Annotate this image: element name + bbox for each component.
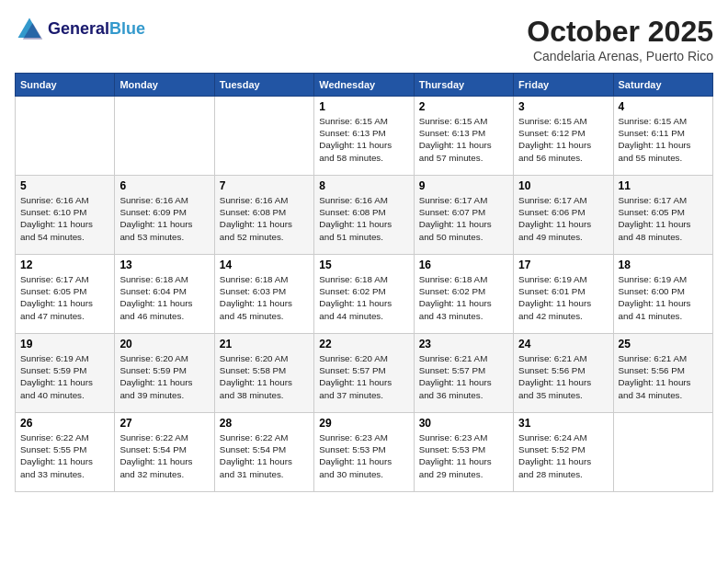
- calendar-cell: 23Sunrise: 6:21 AM Sunset: 5:57 PM Dayli…: [414, 334, 513, 413]
- calendar-cell: [613, 413, 712, 492]
- day-of-week-header: Sunday: [16, 74, 115, 97]
- day-info: Sunrise: 6:22 AM Sunset: 5:54 PM Dayligh…: [119, 431, 209, 480]
- day-of-week-header: Saturday: [613, 74, 712, 97]
- day-info: Sunrise: 6:16 AM Sunset: 6:09 PM Dayligh…: [119, 194, 209, 243]
- day-number: 22: [319, 338, 408, 350]
- calendar-cell: 12Sunrise: 6:17 AM Sunset: 6:05 PM Dayli…: [16, 255, 115, 334]
- calendar-cell: [16, 97, 115, 176]
- day-info: Sunrise: 6:15 AM Sunset: 6:13 PM Dayligh…: [419, 115, 508, 164]
- day-info: Sunrise: 6:18 AM Sunset: 6:03 PM Dayligh…: [220, 273, 309, 322]
- calendar-cell: 29Sunrise: 6:23 AM Sunset: 5:53 PM Dayli…: [314, 413, 414, 492]
- day-info: Sunrise: 6:16 AM Sunset: 6:08 PM Dayligh…: [319, 194, 408, 243]
- calendar-cell: 11Sunrise: 6:17 AM Sunset: 6:05 PM Dayli…: [613, 176, 712, 255]
- calendar-cell: 25Sunrise: 6:21 AM Sunset: 5:56 PM Dayli…: [613, 334, 712, 413]
- calendar-cell: 8Sunrise: 6:16 AM Sunset: 6:08 PM Daylig…: [314, 176, 414, 255]
- logo-icon: [15, 15, 44, 44]
- day-info: Sunrise: 6:23 AM Sunset: 5:53 PM Dayligh…: [319, 431, 408, 480]
- day-info: Sunrise: 6:18 AM Sunset: 6:02 PM Dayligh…: [419, 273, 508, 322]
- day-number: 29: [319, 417, 408, 430]
- day-of-week-header: Tuesday: [214, 74, 313, 97]
- day-number: 20: [119, 338, 209, 350]
- day-info: Sunrise: 6:18 AM Sunset: 6:02 PM Dayligh…: [319, 273, 408, 322]
- day-info: Sunrise: 6:22 AM Sunset: 5:55 PM Dayligh…: [20, 431, 109, 480]
- page-header: GeneralBlue October 2025 Candelaria Aren…: [15, 15, 713, 63]
- calendar-cell: 15Sunrise: 6:18 AM Sunset: 6:02 PM Dayli…: [314, 255, 414, 334]
- day-number: 26: [20, 417, 109, 430]
- calendar-cell: 2Sunrise: 6:15 AM Sunset: 6:13 PM Daylig…: [414, 97, 513, 176]
- calendar-cell: 10Sunrise: 6:17 AM Sunset: 6:06 PM Dayli…: [514, 176, 613, 255]
- calendar-cell: 16Sunrise: 6:18 AM Sunset: 6:02 PM Dayli…: [414, 255, 513, 334]
- calendar-cell: [214, 97, 313, 176]
- calendar-cell: 13Sunrise: 6:18 AM Sunset: 6:04 PM Dayli…: [115, 255, 214, 334]
- calendar-cell: 28Sunrise: 6:22 AM Sunset: 5:54 PM Dayli…: [214, 413, 313, 492]
- day-info: Sunrise: 6:23 AM Sunset: 5:53 PM Dayligh…: [419, 431, 508, 480]
- calendar-cell: 9Sunrise: 6:17 AM Sunset: 6:07 PM Daylig…: [414, 176, 513, 255]
- day-info: Sunrise: 6:18 AM Sunset: 6:04 PM Dayligh…: [119, 273, 209, 322]
- day-number: 27: [119, 417, 209, 430]
- calendar-cell: 30Sunrise: 6:23 AM Sunset: 5:53 PM Dayli…: [414, 413, 513, 492]
- day-number: 25: [619, 338, 708, 350]
- day-info: Sunrise: 6:20 AM Sunset: 5:58 PM Dayligh…: [220, 352, 309, 401]
- day-number: 8: [319, 179, 408, 192]
- calendar-table: SundayMondayTuesdayWednesdayThursdayFrid…: [15, 73, 713, 492]
- day-number: 15: [319, 259, 408, 271]
- calendar-week-row: 5Sunrise: 6:16 AM Sunset: 6:10 PM Daylig…: [16, 176, 713, 255]
- day-number: 23: [419, 338, 508, 350]
- day-number: 31: [518, 417, 608, 430]
- calendar-cell: 3Sunrise: 6:15 AM Sunset: 6:12 PM Daylig…: [514, 97, 613, 176]
- day-number: 21: [220, 338, 309, 350]
- day-info: Sunrise: 6:24 AM Sunset: 5:52 PM Dayligh…: [518, 431, 608, 480]
- day-number: 1: [319, 100, 408, 113]
- day-number: 12: [20, 259, 109, 271]
- day-info: Sunrise: 6:17 AM Sunset: 6:05 PM Dayligh…: [619, 194, 708, 243]
- calendar-cell: 21Sunrise: 6:20 AM Sunset: 5:58 PM Dayli…: [214, 334, 313, 413]
- day-number: 3: [518, 100, 608, 113]
- calendar-cell: 19Sunrise: 6:19 AM Sunset: 5:59 PM Dayli…: [16, 334, 115, 413]
- day-info: Sunrise: 6:19 AM Sunset: 6:01 PM Dayligh…: [518, 273, 608, 322]
- day-of-week-header: Thursday: [414, 74, 513, 97]
- day-number: 24: [518, 338, 608, 350]
- calendar-cell: 17Sunrise: 6:19 AM Sunset: 6:01 PM Dayli…: [514, 255, 613, 334]
- day-info: Sunrise: 6:19 AM Sunset: 6:00 PM Dayligh…: [619, 273, 708, 322]
- day-number: 6: [119, 179, 209, 192]
- calendar-week-row: 12Sunrise: 6:17 AM Sunset: 6:05 PM Dayli…: [16, 255, 713, 334]
- day-number: 18: [619, 259, 708, 271]
- day-number: 11: [619, 179, 708, 192]
- month-title: October 2025: [527, 15, 713, 49]
- day-number: 4: [619, 100, 708, 113]
- calendar-cell: 18Sunrise: 6:19 AM Sunset: 6:00 PM Dayli…: [613, 255, 712, 334]
- day-number: 17: [518, 259, 608, 271]
- calendar-cell: 22Sunrise: 6:20 AM Sunset: 5:57 PM Dayli…: [314, 334, 414, 413]
- logo: GeneralBlue: [15, 15, 145, 44]
- day-number: 10: [518, 179, 608, 192]
- day-info: Sunrise: 6:21 AM Sunset: 5:56 PM Dayligh…: [619, 352, 708, 401]
- calendar-body: 1Sunrise: 6:15 AM Sunset: 6:13 PM Daylig…: [16, 97, 713, 492]
- calendar-cell: 31Sunrise: 6:24 AM Sunset: 5:52 PM Dayli…: [514, 413, 613, 492]
- day-info: Sunrise: 6:15 AM Sunset: 6:11 PM Dayligh…: [619, 115, 708, 164]
- day-number: 28: [220, 417, 309, 430]
- day-info: Sunrise: 6:20 AM Sunset: 5:59 PM Dayligh…: [119, 352, 209, 401]
- logo-text-general: GeneralBlue: [48, 20, 145, 39]
- day-number: 9: [419, 179, 508, 192]
- calendar-cell: 27Sunrise: 6:22 AM Sunset: 5:54 PM Dayli…: [115, 413, 214, 492]
- calendar-cell: 7Sunrise: 6:16 AM Sunset: 6:08 PM Daylig…: [214, 176, 313, 255]
- day-info: Sunrise: 6:19 AM Sunset: 5:59 PM Dayligh…: [20, 352, 109, 401]
- calendar-cell: 1Sunrise: 6:15 AM Sunset: 6:13 PM Daylig…: [314, 97, 414, 176]
- calendar-cell: 24Sunrise: 6:21 AM Sunset: 5:56 PM Dayli…: [514, 334, 613, 413]
- day-of-week-header: Wednesday: [314, 74, 414, 97]
- calendar-week-row: 19Sunrise: 6:19 AM Sunset: 5:59 PM Dayli…: [16, 334, 713, 413]
- calendar-cell: 20Sunrise: 6:20 AM Sunset: 5:59 PM Dayli…: [115, 334, 214, 413]
- day-info: Sunrise: 6:21 AM Sunset: 5:56 PM Dayligh…: [518, 352, 608, 401]
- day-number: 16: [419, 259, 508, 271]
- calendar-cell: 5Sunrise: 6:16 AM Sunset: 6:10 PM Daylig…: [16, 176, 115, 255]
- calendar-cell: [115, 97, 214, 176]
- day-of-week-header: Monday: [115, 74, 214, 97]
- day-info: Sunrise: 6:16 AM Sunset: 6:08 PM Dayligh…: [220, 194, 309, 243]
- day-info: Sunrise: 6:17 AM Sunset: 6:05 PM Dayligh…: [20, 273, 109, 322]
- day-info: Sunrise: 6:16 AM Sunset: 6:10 PM Dayligh…: [20, 194, 109, 243]
- day-number: 13: [119, 259, 209, 271]
- calendar-header-row: SundayMondayTuesdayWednesdayThursdayFrid…: [16, 74, 713, 97]
- day-info: Sunrise: 6:21 AM Sunset: 5:57 PM Dayligh…: [419, 352, 508, 401]
- day-info: Sunrise: 6:15 AM Sunset: 6:12 PM Dayligh…: [518, 115, 608, 164]
- day-info: Sunrise: 6:22 AM Sunset: 5:54 PM Dayligh…: [220, 431, 309, 480]
